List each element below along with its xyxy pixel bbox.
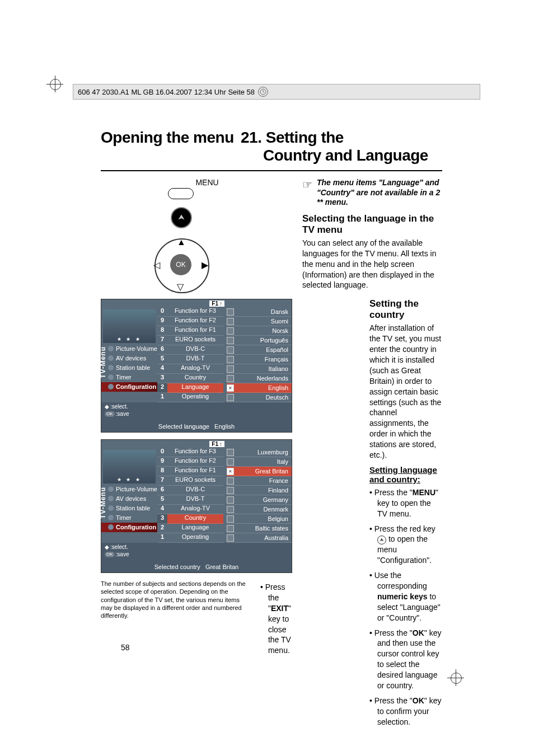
stars-icon: ★ ★ ★ <box>117 336 142 342</box>
sidebar-item-active: Configuration <box>101 523 157 532</box>
step-2: Press the red key to open the menu "Conf… <box>369 524 442 566</box>
para-setting-country: After installation of the TV set, you mu… <box>369 323 442 461</box>
crop-mark <box>44 73 66 95</box>
arrow-right-icon: ▶ <box>202 260 208 270</box>
vertical-label: TV-Menu <box>99 346 107 378</box>
selected-line: Selected country Great Britan <box>105 564 288 570</box>
arrow-down-icon: ▽ <box>177 281 184 292</box>
sidebar-item: Station table <box>101 363 157 373</box>
sidebar-list: Picture·Volume AV devices Station table … <box>101 344 157 392</box>
dpad-icon: ▲ ▽ ◁ ▶ OK <box>150 234 212 295</box>
tv-menu-screenshot-language: F1↑ ★ ★ ★ TV-Menu Picture·Volume AV devi… <box>101 299 292 433</box>
preview-thumbnail: ★ ★ ★ <box>103 309 156 343</box>
menu-button-icon <box>168 188 194 199</box>
footnote: The number of subjects and sections depe… <box>101 580 247 619</box>
number-column: 0987654321 <box>157 448 167 543</box>
number-column: 0987654321 <box>157 307 167 402</box>
red-button-icon <box>171 207 192 228</box>
sidebar-item: Timer <box>101 373 157 382</box>
red-key-icon <box>377 536 386 544</box>
step-3: Use the corresponding numeric keys to se… <box>369 570 442 623</box>
note-text: The menu items "Language" and "Country" … <box>317 178 442 208</box>
para-selecting: You can select any of the available lang… <box>302 238 442 290</box>
page-number: 58 <box>121 643 130 652</box>
clock-icon <box>258 87 268 97</box>
function-column: Function for F3Function for F2Function f… <box>167 448 223 543</box>
note-block: ☞ The menu items "Language" and "Country… <box>302 178 442 208</box>
sidebar-item: Timer <box>101 513 157 523</box>
heading-setting-lang-country: Setting language and country: <box>369 465 442 484</box>
sidebar-item: Picture·Volume <box>101 344 157 354</box>
sidebar-item: Picture·Volume <box>101 485 157 494</box>
heading-setting-country: Setting the country <box>369 298 442 321</box>
selected-line: Selected language English <box>105 423 288 430</box>
content-area: Opening the menu 21. Setting the Country… <box>101 129 442 732</box>
function-column: Function for F3Function for F2Function f… <box>167 307 223 402</box>
step-4: Press the "OK" key and then use the curs… <box>369 628 442 691</box>
title-row: Opening the menu 21. Setting the Country… <box>101 129 442 165</box>
sidebar-item: AV devices <box>101 354 157 363</box>
divider <box>101 170 442 171</box>
title-line-1: Setting the <box>266 129 344 146</box>
right-column: ☞ The menu items "Language" and "Country… <box>302 178 442 731</box>
title-line-2: Country and Language <box>241 147 442 165</box>
sidebar-item-active: Configuration <box>101 382 157 392</box>
two-column-layout: MENU ▲ ▽ ◁ ▶ OK F1↑ ★ ★ ★ TV-Menu <box>101 178 442 731</box>
heading-selecting-language: Selecting the language in the TV menu <box>302 213 442 236</box>
arrow-left-icon: ◁ <box>153 260 160 270</box>
menu-label: MENU <box>123 178 291 187</box>
sidebar-item: AV devices <box>101 494 157 504</box>
footer-hints: ◆:select. OK:save <box>105 403 288 417</box>
sidebar-list: Picture·Volume AV devices Station table … <box>101 485 157 532</box>
f1-badge: F1↑ <box>209 441 224 447</box>
value-column: Dansk Suomi Norsk Português Español Fran… <box>223 307 292 402</box>
vertical-label: TV-Menu <box>99 487 107 519</box>
steps-list: Press the "MENU" key to open the TV menu… <box>369 487 442 727</box>
footer-hints: ◆:select. OK:save <box>105 544 288 558</box>
f1-badge: F1↑ <box>209 300 224 307</box>
step-1: Press the "MENU" key to open the TV menu… <box>369 487 442 519</box>
value-column: Luxemburg Italy Great Britan France Finl… <box>223 448 292 543</box>
sidebar-item: Station table <box>101 504 157 513</box>
crop-mark <box>444 666 467 689</box>
pointing-hand-icon: ☞ <box>302 178 312 191</box>
page-root: { "header": { "text": "606 47 2030.A1 ML… <box>0 0 534 756</box>
section-number: 21. <box>241 129 261 146</box>
arrow-up-icon: ▲ <box>177 237 186 247</box>
tv-menu-screenshot-country: F1↑ ★ ★ ★ TV-Menu Picture·Volume AV devi… <box>101 439 292 573</box>
preview-thumbnail: ★ ★ ★ <box>103 450 156 483</box>
step-5: Press the "OK" key to confirm your selec… <box>369 696 442 727</box>
print-header: 606 47 2030.A1 ML GB 16.04.2007 12:34 Uh… <box>73 84 480 100</box>
title-left: Opening the menu <box>101 129 234 147</box>
country-and-steps: Setting the country After installation o… <box>302 295 442 731</box>
stars-icon: ★ ★ ★ <box>117 477 142 482</box>
exit-step: • Press the "EXIT" key to close the TV m… <box>260 582 291 656</box>
title-right: 21. Setting the Country and Language <box>241 129 442 165</box>
header-text: 606 47 2030.A1 ML GB 16.04.2007 12:34 Uh… <box>78 88 255 96</box>
